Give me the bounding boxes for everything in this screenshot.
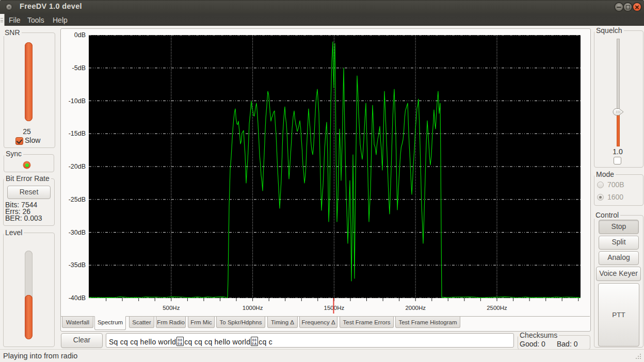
svg-text:-20dB: -20dB <box>69 163 86 170</box>
svg-text:2000Hz: 2000Hz <box>405 305 426 311</box>
svg-text:0dB: 0dB <box>74 31 86 39</box>
svg-text:-15dB: -15dB <box>69 130 86 137</box>
svg-text:-40dB: -40dB <box>69 294 86 302</box>
svg-text:1500Hz: 1500Hz <box>324 305 345 311</box>
svg-text:-35dB: -35dB <box>69 261 86 269</box>
svg-text:-10dB: -10dB <box>69 97 86 105</box>
svg-text:1000Hz: 1000Hz <box>243 305 263 311</box>
svg-text:-30dB: -30dB <box>69 229 86 236</box>
svg-text:2500Hz: 2500Hz <box>487 305 507 311</box>
svg-text:-5dB: -5dB <box>72 64 86 72</box>
svg-text:-25dB: -25dB <box>69 196 86 203</box>
svg-text:500Hz: 500Hz <box>163 305 180 311</box>
